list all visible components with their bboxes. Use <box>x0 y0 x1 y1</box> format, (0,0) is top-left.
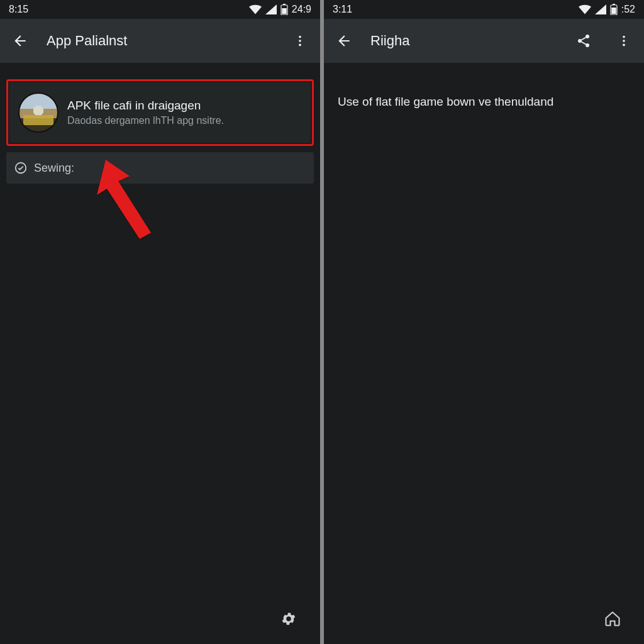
arrow-back-icon <box>12 33 28 49</box>
arrow-back-icon <box>336 33 352 49</box>
share-button[interactable] <box>570 27 597 55</box>
app-bar: Riigha <box>324 19 644 63</box>
appbar-title: Riigha <box>370 33 557 49</box>
svg-rect-10 <box>611 8 616 14</box>
svg-point-4 <box>299 40 301 42</box>
svg-rect-1 <box>283 4 286 5</box>
more-vert-icon <box>617 34 631 48</box>
app-bar: App Palialnst <box>0 19 320 63</box>
item-title: APK file cafi in draigagen <box>67 99 224 113</box>
status-label: Sewing: <box>34 162 74 175</box>
wifi-icon <box>579 4 591 14</box>
signal-icon <box>595 4 606 14</box>
status-bar: 8:15 24:9 <box>0 0 320 19</box>
status-time: 8:15 <box>9 4 28 15</box>
status-battery-text: :52 <box>621 4 635 15</box>
wifi-icon <box>249 4 262 14</box>
svg-point-5 <box>299 44 301 47</box>
svg-rect-9 <box>613 4 615 5</box>
settings-button[interactable] <box>275 605 303 633</box>
share-icon <box>576 33 591 48</box>
battery-icon <box>280 4 288 15</box>
home-outline-icon <box>604 610 621 628</box>
overflow-menu-button[interactable] <box>286 27 314 55</box>
check-circle-icon <box>14 161 28 175</box>
right-screenshot: 3:11 :52 Riigha Use of flat file game bo… <box>324 0 644 644</box>
svg-point-11 <box>586 35 589 38</box>
app-thumbnail-icon <box>18 92 58 133</box>
gear-icon <box>280 611 297 627</box>
body-text: Use of flat file game bown ve thenuldand <box>324 73 644 110</box>
more-vert-icon <box>293 34 307 48</box>
svg-point-12 <box>578 39 582 43</box>
item-subtitle: Daodas dergamen lhTH apg nsitre. <box>67 115 224 126</box>
home-button[interactable] <box>599 605 626 633</box>
appbar-title: App Palialnst <box>47 33 274 49</box>
svg-point-16 <box>623 44 625 47</box>
signal-icon <box>265 4 277 14</box>
svg-point-3 <box>299 36 301 38</box>
status-time: 3:11 <box>333 4 352 15</box>
battery-icon <box>610 4 618 15</box>
apk-file-item[interactable]: APK file cafi in draigagen Daodas dergam… <box>9 82 311 143</box>
status-row[interactable]: Sewing: <box>6 152 314 184</box>
back-button[interactable] <box>330 27 358 55</box>
left-screenshot: 8:15 24:9 App Palialnst APK <box>0 0 320 644</box>
svg-point-15 <box>623 40 625 42</box>
back-button[interactable] <box>6 27 34 55</box>
svg-rect-2 <box>282 8 286 14</box>
svg-point-14 <box>623 36 625 38</box>
annotation-arrow-icon <box>69 132 182 245</box>
highlight-box: APK file cafi in draigagen Daodas dergam… <box>6 79 314 146</box>
status-bar: 3:11 :52 <box>324 0 644 19</box>
svg-point-13 <box>586 43 589 47</box>
status-battery-text: 24:9 <box>292 4 311 15</box>
overflow-menu-button[interactable] <box>610 27 638 55</box>
